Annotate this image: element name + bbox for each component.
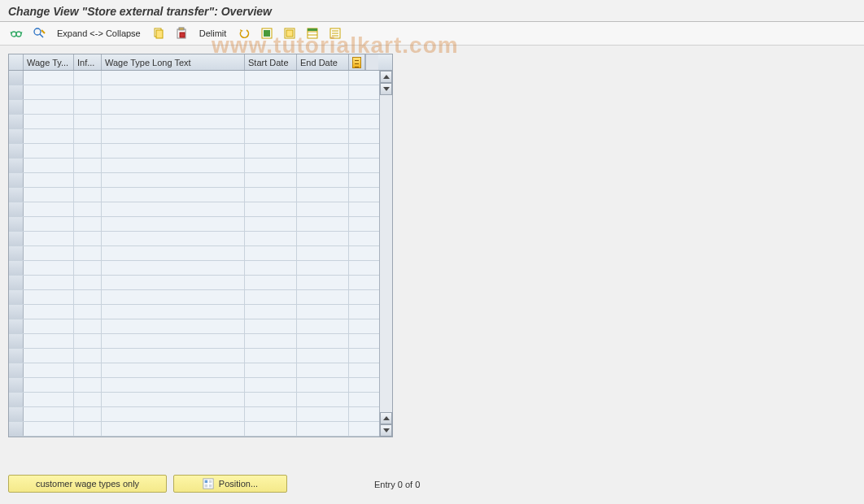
cell-end-date[interactable] xyxy=(297,422,349,436)
cell-wage-long-text[interactable] xyxy=(102,85,245,99)
table-row[interactable] xyxy=(9,100,379,115)
cell-info[interactable] xyxy=(74,290,102,304)
cell-wage-type[interactable] xyxy=(24,85,74,99)
cell-end-date[interactable] xyxy=(297,173,349,187)
cell-end-date[interactable] xyxy=(297,378,349,392)
cell-info[interactable] xyxy=(74,188,102,202)
cell-start-date[interactable] xyxy=(245,261,297,275)
cell-end-date[interactable] xyxy=(297,129,349,143)
table-row[interactable] xyxy=(9,159,379,173)
table-row[interactable] xyxy=(9,129,379,144)
cell-wage-type[interactable] xyxy=(24,261,74,275)
cell-wage-long-text[interactable] xyxy=(102,378,245,392)
scroll-page-down-button[interactable] xyxy=(380,83,392,95)
cell-end-date[interactable] xyxy=(297,217,349,231)
table-row[interactable] xyxy=(9,188,379,202)
table-row[interactable] xyxy=(9,71,379,85)
row-selector[interactable] xyxy=(9,393,24,406)
table-row[interactable] xyxy=(9,305,379,319)
cell-end-date[interactable] xyxy=(297,100,349,114)
cell-end-date[interactable] xyxy=(297,334,349,348)
cell-wage-type[interactable] xyxy=(24,115,74,128)
position-button[interactable]: Position... xyxy=(173,475,287,493)
cell-start-date[interactable] xyxy=(245,217,297,231)
select-all-header[interactable] xyxy=(9,54,24,70)
cell-end-date[interactable] xyxy=(297,407,349,421)
cell-end-date[interactable] xyxy=(297,276,349,289)
cell-wage-long-text[interactable] xyxy=(102,71,245,85)
table-row[interactable] xyxy=(9,173,379,188)
table-row[interactable] xyxy=(9,202,379,217)
cell-end-date[interactable] xyxy=(297,232,349,245)
cell-wage-type[interactable] xyxy=(24,363,74,377)
cell-info[interactable] xyxy=(74,378,102,392)
cell-wage-long-text[interactable] xyxy=(102,349,245,363)
cell-info[interactable] xyxy=(74,232,102,245)
cell-end-date[interactable] xyxy=(297,290,349,304)
cell-wage-long-text[interactable] xyxy=(102,276,245,289)
cell-wage-type[interactable] xyxy=(24,232,74,245)
cell-wage-long-text[interactable] xyxy=(102,290,245,304)
cell-end-date[interactable] xyxy=(297,246,349,260)
row-selector[interactable] xyxy=(9,71,24,85)
cell-wage-type[interactable] xyxy=(24,290,74,304)
cell-start-date[interactable] xyxy=(245,290,297,304)
cell-info[interactable] xyxy=(74,363,102,377)
cell-info[interactable] xyxy=(74,100,102,114)
column-end-date[interactable]: End Date xyxy=(297,54,349,70)
row-selector[interactable] xyxy=(9,159,24,172)
cell-wage-long-text[interactable] xyxy=(102,188,245,202)
row-selector[interactable] xyxy=(9,246,24,260)
table-row[interactable] xyxy=(9,246,379,261)
cell-wage-long-text[interactable] xyxy=(102,407,245,421)
cell-start-date[interactable] xyxy=(245,159,297,172)
cell-info[interactable] xyxy=(74,422,102,436)
undo-icon[interactable] xyxy=(234,25,254,41)
cell-wage-type[interactable] xyxy=(24,202,74,216)
cell-info[interactable] xyxy=(74,217,102,231)
cell-end-date[interactable] xyxy=(297,261,349,275)
cell-wage-long-text[interactable] xyxy=(102,363,245,377)
cell-wage-long-text[interactable] xyxy=(102,246,245,260)
cell-end-date[interactable] xyxy=(297,363,349,377)
cell-wage-long-text[interactable] xyxy=(102,393,245,406)
cell-start-date[interactable] xyxy=(245,115,297,128)
cell-wage-type[interactable] xyxy=(24,129,74,143)
row-selector[interactable] xyxy=(9,115,24,128)
row-selector[interactable] xyxy=(9,378,24,392)
cell-start-date[interactable] xyxy=(245,349,297,363)
cell-info[interactable] xyxy=(74,246,102,260)
row-selector[interactable] xyxy=(9,319,24,333)
table-row[interactable] xyxy=(9,363,379,378)
cell-wage-type[interactable] xyxy=(24,276,74,289)
cell-wage-long-text[interactable] xyxy=(102,217,245,231)
cell-end-date[interactable] xyxy=(297,115,349,128)
cell-start-date[interactable] xyxy=(245,276,297,289)
table-row[interactable] xyxy=(9,85,379,100)
row-selector[interactable] xyxy=(9,261,24,275)
table-row[interactable] xyxy=(9,378,379,393)
row-selector[interactable] xyxy=(9,85,24,99)
table-row[interactable] xyxy=(9,261,379,276)
row-selector[interactable] xyxy=(9,290,24,304)
row-selector[interactable] xyxy=(9,217,24,231)
cell-wage-type[interactable] xyxy=(24,159,74,172)
cell-wage-type[interactable] xyxy=(24,188,74,202)
cell-info[interactable] xyxy=(74,159,102,172)
table-row[interactable] xyxy=(9,334,379,349)
cell-info[interactable] xyxy=(74,202,102,216)
cell-wage-long-text[interactable] xyxy=(102,319,245,333)
cell-end-date[interactable] xyxy=(297,159,349,172)
cell-info[interactable] xyxy=(74,334,102,348)
column-start-date[interactable]: Start Date xyxy=(245,54,297,70)
row-selector[interactable] xyxy=(9,232,24,245)
cell-wage-long-text[interactable] xyxy=(102,261,245,275)
cell-info[interactable] xyxy=(74,349,102,363)
expand-collapse-button[interactable]: Expand <-> Collapse xyxy=(52,28,146,38)
delimit-button[interactable]: Delimit xyxy=(194,28,232,38)
cell-end-date[interactable] xyxy=(297,305,349,319)
configure-columns-button[interactable] xyxy=(349,54,365,70)
scroll-down-button[interactable] xyxy=(380,424,392,437)
cell-start-date[interactable] xyxy=(245,246,297,260)
cell-wage-type[interactable] xyxy=(24,173,74,187)
